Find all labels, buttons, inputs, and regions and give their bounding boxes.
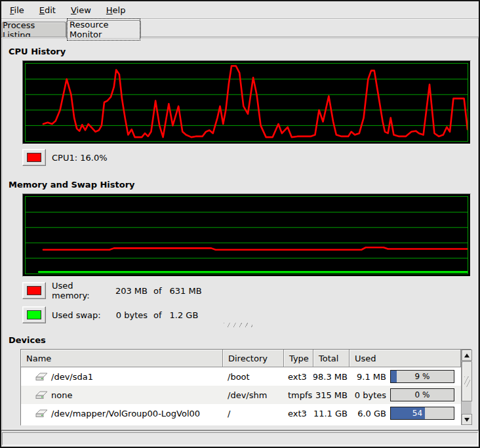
- arrow-up-icon: [464, 354, 470, 357]
- used-swap-label: Used swap:: [52, 310, 112, 320]
- device-type: ext3: [288, 372, 307, 382]
- pane-resize-grip[interactable]: [224, 323, 252, 327]
- memory-history-chart: [26, 197, 468, 274]
- progress-fill: 9 %: [391, 371, 397, 382]
- cpu-color-chip: [27, 153, 41, 162]
- resource-monitor-page: CPU History CPU1: 16.0% Memory and Swap …: [1, 37, 479, 430]
- used-memory-color-button[interactable]: [22, 282, 46, 299]
- devices-table-body: /dev/sda1 /boot ext3 98.3 MB 9.1 MB 9 % …: [21, 367, 461, 422]
- memory-history-graph: [22, 193, 471, 277]
- device-directory: /boot: [228, 372, 250, 382]
- used-swap-legend: Used swap: 0 bytes of 1.2 GB: [22, 306, 198, 323]
- device-row-none[interactable]: none /dev/shm tmpfs 315 MB 0 bytes 0 % 0…: [21, 386, 461, 404]
- used-memory-color-chip: [27, 286, 41, 295]
- tab-process-listing-label: Process Listing: [3, 20, 66, 40]
- device-name: none: [51, 390, 72, 400]
- menu-file[interactable]: File: [4, 3, 30, 17]
- device-used: 9.1 MB: [350, 372, 386, 382]
- devices-table: Name Directory Type Total Used /dev/sda1: [20, 349, 471, 426]
- disk-icon: [35, 372, 48, 381]
- menu-view[interactable]: View: [65, 3, 97, 17]
- device-used: 6.0 GB: [350, 409, 386, 418]
- tab-resource-monitor[interactable]: Resource Monitor: [66, 20, 141, 38]
- progress-label: 9 %: [391, 371, 454, 382]
- scroll-down-button[interactable]: [462, 414, 472, 425]
- used-memory-total: 631 MB: [170, 286, 202, 296]
- device-total: 315 MB: [315, 390, 348, 400]
- devices-vertical-scrollbar[interactable]: [461, 350, 471, 425]
- arrow-down-icon: [464, 418, 470, 422]
- column-header-total[interactable]: Total: [313, 350, 350, 367]
- device-row-volgroup[interactable]: /dev/mapper/VolGroup00-LogVol00 / ext3 1…: [21, 404, 461, 422]
- device-used-progressbar: 9 % 9 %: [390, 370, 454, 383]
- scrollbar-thumb[interactable]: [462, 361, 472, 401]
- device-name: /dev/mapper/VolGroup00-LogVol00: [51, 409, 200, 418]
- cpu-legend-label: CPU1: 16.0%: [52, 153, 108, 163]
- device-used-progressbar: 0 % 0 %: [390, 388, 454, 401]
- used-memory-legend: Used memory: 203 MB of 631 MB: [22, 282, 202, 299]
- used-swap-color-button[interactable]: [22, 306, 46, 323]
- device-type: tmpfs: [288, 390, 312, 400]
- tab-resource-monitor-label: Resource Monitor: [67, 18, 140, 41]
- progress-label: 0 %: [391, 389, 454, 401]
- memory-history-title: Memory and Swap History: [9, 180, 135, 190]
- menu-help[interactable]: Help: [100, 3, 132, 17]
- cpu-history-graph: [22, 60, 471, 144]
- menu-edit[interactable]: Edit: [33, 3, 62, 17]
- tab-process-listing[interactable]: Process Listing: [2, 22, 66, 37]
- used-swap-value: 0 bytes: [112, 310, 148, 320]
- column-header-type[interactable]: Type: [284, 350, 313, 367]
- devices-title: Devices: [9, 335, 46, 345]
- used-memory-of: of: [153, 286, 162, 296]
- cpu-legend: CPU1: 16.0%: [22, 149, 108, 166]
- scroll-up-button[interactable]: [462, 350, 472, 361]
- device-directory: /dev/shm: [228, 390, 267, 400]
- cpu-color-button[interactable]: [22, 149, 46, 166]
- disk-icon: [35, 390, 48, 399]
- device-directory: /: [228, 409, 230, 418]
- cpu-history-chart: [26, 64, 468, 141]
- device-used: 0 bytes: [350, 390, 386, 400]
- used-swap-total: 1.2 GB: [170, 310, 199, 320]
- used-memory-value: 203 MB: [112, 286, 148, 296]
- statusbar: [2, 432, 478, 445]
- used-memory-label: Used memory:: [52, 281, 112, 300]
- device-row-sda1[interactable]: /dev/sda1 /boot ext3 98.3 MB 9.1 MB 9 % …: [21, 367, 461, 386]
- used-swap-of: of: [153, 310, 162, 320]
- device-used-progressbar: 54 % 54 %: [390, 407, 454, 420]
- disk-icon: [35, 409, 48, 418]
- device-total: 11.1 GB: [313, 409, 348, 418]
- scrollbar-grip-icon: [464, 377, 470, 387]
- device-name: /dev/sda1: [51, 372, 93, 382]
- menubar: File Edit View Help: [1, 1, 479, 19]
- cpu-history-title: CPU History: [9, 47, 66, 56]
- device-total: 98.3 MB: [313, 372, 348, 382]
- device-type: ext3: [288, 409, 307, 418]
- column-header-used[interactable]: Used: [350, 350, 461, 367]
- column-header-name[interactable]: Name: [21, 350, 223, 367]
- progress-fill: 54 %: [391, 407, 425, 419]
- system-monitor-window: File Edit View Help Process Listing Reso…: [0, 0, 480, 448]
- column-header-directory[interactable]: Directory: [223, 350, 284, 367]
- devices-table-header: Name Directory Type Total Used: [21, 350, 461, 367]
- used-swap-color-chip: [27, 310, 41, 319]
